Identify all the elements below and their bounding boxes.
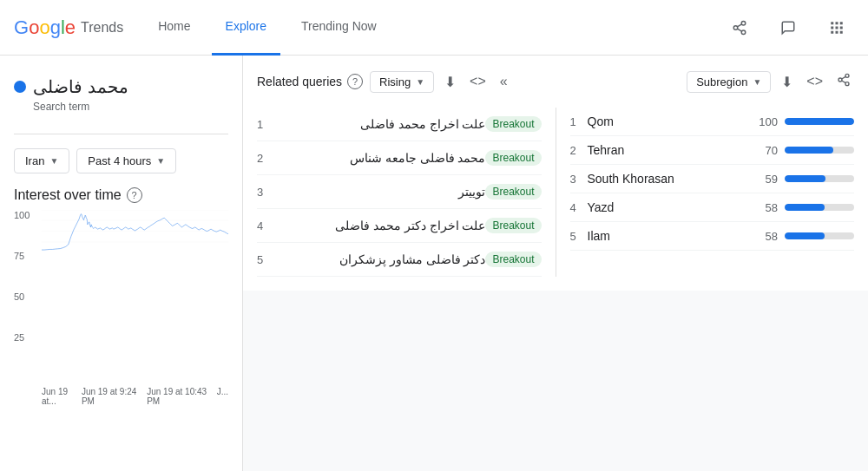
y-label-100: 100: [14, 210, 30, 220]
subregion-share-icon[interactable]: [833, 69, 854, 94]
region-name: Yazd: [588, 200, 766, 214]
region-row[interactable]: 4 Yazd 58: [570, 193, 855, 222]
x-label-4: J...: [217, 387, 228, 406]
feedback-icon[interactable]: [771, 10, 806, 45]
interest-section: Interest over time ? 100 75 50 25 0: [14, 187, 228, 457]
rising-chevron-icon: ▼: [416, 77, 424, 87]
region-bar: [785, 204, 825, 211]
related-queries-col: 1 علت اخراج محمد فاضلی Breakout 2 محمد ف…: [257, 108, 542, 277]
region-bar-container: [785, 147, 854, 154]
svg-point-20: [838, 78, 842, 82]
svg-rect-7: [840, 22, 843, 24]
time-filter[interactable]: Past 4 hours ▼: [76, 148, 176, 173]
region-bar-container: [785, 118, 854, 125]
svg-point-1: [733, 25, 738, 29]
interest-title-text: Interest over time: [14, 187, 122, 203]
related-queries-title-text: Related queries: [257, 75, 342, 88]
embed-icon[interactable]: <>: [466, 70, 490, 93]
region-label: Iran: [25, 154, 44, 167]
right-panel: Related queries ? Rising ▼ ⬇ <> « Subreg…: [243, 56, 868, 471]
svg-line-22: [842, 81, 846, 83]
query-text: علت اخراج دکتر محمد فاضلی: [274, 219, 485, 232]
more-icon[interactable]: «: [496, 70, 511, 93]
nav-trending-now[interactable]: Trending Now: [287, 0, 391, 56]
region-row[interactable]: 1 Qom 100: [570, 108, 855, 136]
query-row[interactable]: 2 محمد فاضلی جامعه شناس Breakout: [257, 141, 542, 175]
header-icons: [722, 10, 854, 45]
query-num: 3: [257, 186, 274, 199]
download-icon[interactable]: ⬇: [441, 70, 459, 94]
region-filter[interactable]: Iran ▼: [14, 148, 69, 173]
svg-rect-6: [836, 22, 838, 24]
query-row[interactable]: 3 توییتر Breakout: [257, 175, 542, 209]
svg-line-23: [842, 76, 846, 79]
query-num: 4: [257, 219, 274, 232]
region-num: 3: [570, 173, 588, 186]
svg-point-19: [845, 74, 849, 77]
chart-y-labels: 100 75 50 25 0: [14, 210, 30, 383]
query-num: 1: [257, 118, 274, 131]
subregion-download-icon[interactable]: ⬇: [778, 70, 796, 94]
related-queries-list: 1 علت اخراج محمد فاضلی Breakout 2 محمد ف…: [257, 108, 542, 277]
query-text: دکتر فاضلی مشاور پزشکران: [274, 252, 485, 266]
query-num: 2: [257, 152, 274, 165]
query-badge: Breakout: [485, 218, 541, 233]
subregion-filter[interactable]: Subregion ▼: [687, 71, 771, 93]
search-term-section: محمد فاضلی Search term: [14, 69, 228, 120]
region-chevron-icon: ▼: [49, 156, 58, 166]
query-row[interactable]: 1 علت اخراج محمد فاضلی Breakout: [257, 108, 542, 141]
y-label-50: 50: [14, 291, 30, 302]
rising-label: Rising: [379, 75, 411, 88]
y-label-25: 25: [14, 332, 30, 343]
region-value: 70: [766, 144, 778, 157]
region-num: 5: [570, 230, 588, 243]
related-queries-title: Related queries ?: [257, 74, 363, 89]
region-value: 58: [766, 201, 778, 214]
region-bar: [785, 147, 833, 154]
svg-point-0: [741, 21, 746, 25]
query-text: محمد فاضلی جامعه شناس: [274, 151, 485, 165]
chart-area: 100 75 50 25 0: [14, 210, 228, 383]
nav-explore[interactable]: Explore: [212, 0, 280, 56]
region-name: Qom: [588, 114, 760, 128]
trends-logo: Trends: [81, 20, 123, 36]
query-text: علت اخراج محمد فاضلی: [274, 117, 485, 131]
chart-svg: [42, 210, 228, 252]
interest-help-icon[interactable]: ?: [127, 187, 142, 203]
query-badge: Breakout: [485, 150, 541, 166]
query-num: 5: [257, 253, 274, 266]
rising-filter[interactable]: Rising ▼: [370, 71, 434, 93]
interest-title: Interest over time ?: [14, 187, 228, 203]
region-row[interactable]: 5 Ilam 58: [570, 222, 855, 251]
query-text: توییتر: [274, 185, 485, 199]
region-bar: [785, 232, 825, 239]
region-value: 59: [766, 173, 778, 186]
subregion-col: 1 Qom 100 2 Tehran 70 3 South Khorasan 5…: [556, 108, 855, 277]
subregion-label: Subregion: [696, 75, 747, 88]
region-bar-container: [785, 204, 854, 211]
subregion-embed-icon[interactable]: <>: [803, 70, 826, 93]
region-row[interactable]: 2 Tehran 70: [570, 136, 855, 165]
svg-rect-10: [840, 26, 843, 29]
region-num: 1: [570, 115, 588, 128]
x-label-1: Jun 19 at...: [42, 387, 82, 406]
divider: [14, 134, 228, 134]
apps-icon[interactable]: [819, 10, 854, 45]
region-num: 4: [570, 201, 588, 214]
query-badge: Breakout: [485, 116, 541, 132]
related-queries-help-icon[interactable]: ?: [347, 74, 363, 89]
x-axis-labels: Jun 19 at... Jun 19 at 9:24 PM Jun 19 at…: [14, 387, 228, 406]
main-layout: محمد فاضلی Search term Iran ▼ Past 4 hou…: [0, 56, 868, 471]
query-row[interactable]: 5 دکتر فاضلی مشاور پزشکران Breakout: [257, 243, 542, 277]
search-term-header: محمد فاضلی: [14, 76, 228, 97]
subregion-list: 1 Qom 100 2 Tehran 70 3 South Khorasan 5…: [570, 108, 855, 251]
region-row[interactable]: 3 South Khorasan 59: [570, 165, 855, 193]
x-label-2: Jun 19 at 9:24 PM: [82, 387, 147, 406]
time-chevron-icon: ▼: [156, 156, 165, 166]
share-icon[interactable]: [722, 10, 757, 45]
google-logo: Google: [14, 16, 76, 39]
svg-line-3: [737, 29, 741, 31]
two-col: 1 علت اخراج محمد فاضلی Breakout 2 محمد ف…: [257, 108, 854, 277]
query-row[interactable]: 4 علت اخراج دکتر محمد فاضلی Breakout: [257, 209, 542, 243]
nav-home[interactable]: Home: [144, 0, 204, 56]
